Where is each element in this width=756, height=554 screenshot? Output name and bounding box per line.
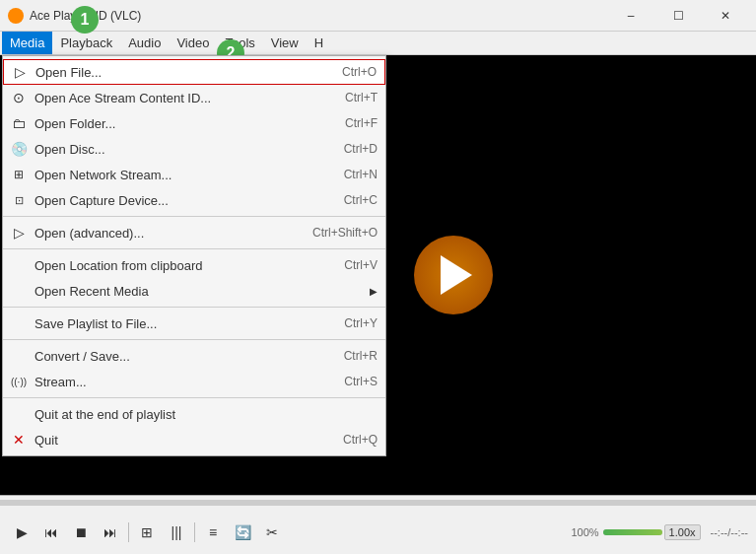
toggle-playlist-button[interactable]: ⊞	[133, 520, 161, 544]
separator-3	[3, 307, 385, 308]
open-advanced-icon: ▷	[11, 225, 27, 241]
save-playlist-label: Save Playlist to File...	[34, 316, 157, 331]
maximize-button[interactable]: ☐	[655, 0, 701, 32]
separator-5	[3, 397, 385, 398]
separator-2	[3, 248, 385, 249]
quit-end-icon	[11, 406, 27, 422]
open-file-label: Open File...	[35, 65, 102, 80]
menu-quit-end[interactable]: Quit at the end of playlist	[3, 401, 385, 427]
open-recent-icon	[11, 283, 27, 299]
menu-open-folder[interactable]: 🗀 Open Folder... Ctrl+F	[3, 110, 385, 136]
menu-item-help[interactable]: H	[307, 32, 331, 54]
menu-open-capture[interactable]: ⊡ Open Capture Device... Ctrl+C	[3, 187, 385, 213]
ctrl-sep-1	[128, 522, 129, 542]
step-badge-1: 1	[71, 6, 99, 34]
window-controls: – ☐ ✕	[608, 0, 748, 32]
open-capture-shortcut: Ctrl+C	[324, 193, 378, 207]
open-ace-label: Open Ace Stream Content ID...	[34, 91, 211, 105]
extended-settings-button[interactable]: |||	[163, 520, 190, 544]
menu-open-disc[interactable]: 💿 Open Disc... Ctrl+D	[3, 136, 385, 162]
menu-convert[interactable]: Convert / Save... Ctrl+R	[3, 343, 385, 369]
speed-badge[interactable]: 1.00x	[664, 524, 701, 540]
open-recent-arrow: ▶	[370, 286, 378, 297]
menu-open-location[interactable]: Open Location from clipboard Ctrl+V	[3, 252, 385, 278]
open-network-icon: ⊞	[11, 167, 27, 182]
open-folder-shortcut: Ctrl+F	[325, 116, 378, 130]
menu-stream[interactable]: ((·)) Stream... Ctrl+S	[3, 369, 385, 394]
convert-icon	[11, 348, 27, 364]
volume-bar[interactable]	[603, 529, 662, 535]
menu-item-playback[interactable]: Playback	[52, 32, 120, 54]
menu-save-playlist[interactable]: Save Playlist to File... Ctrl+Y	[3, 311, 385, 336]
separator-1	[3, 216, 385, 217]
open-file-icon: ▷	[12, 64, 28, 80]
controls-bar: ▶ ⏮ ⏹ ⏭ ⊞ ||| ≡ 🔄 ✂ 100% 1.00x --:--/--:…	[0, 495, 756, 554]
quit-end-label: Quit at the end of playlist	[34, 407, 175, 422]
open-file-shortcut: Ctrl+O	[322, 65, 377, 79]
separator-4	[3, 339, 385, 340]
quit-label: Quit	[34, 433, 58, 448]
loop-button[interactable]: 🔄	[229, 520, 256, 544]
menu-open-advanced[interactable]: ▷ Open (advanced)... Ctrl+Shift+O	[3, 220, 385, 245]
vlc-play-button[interactable]	[414, 236, 493, 314]
menu-bar: Media Playback Audio Video Tools View H	[0, 32, 756, 55]
open-ace-icon: ⊙	[11, 90, 27, 105]
play-button[interactable]: ▶	[8, 520, 35, 544]
menu-item-media[interactable]: Media	[2, 32, 52, 54]
stream-label: Stream...	[34, 375, 87, 389]
stream-shortcut: Ctrl+S	[324, 375, 378, 388]
progress-bar[interactable]	[0, 500, 756, 506]
title-bar: Ace Player HD (VLC) – ☐ ✕	[0, 0, 756, 32]
open-advanced-label: Open (advanced)...	[34, 226, 144, 241]
save-playlist-icon	[11, 315, 27, 331]
quit-shortcut: Ctrl+Q	[323, 433, 378, 447]
frame-by-frame-button[interactable]: ≡	[199, 520, 227, 544]
open-location-shortcut: Ctrl+V	[324, 258, 378, 272]
open-capture-icon: ⊡	[11, 192, 27, 208]
convert-label: Convert / Save...	[34, 349, 130, 364]
open-network-label: Open Network Stream...	[34, 168, 172, 182]
quit-icon: ✕	[11, 432, 27, 448]
vlc-play-overlay	[414, 236, 493, 314]
open-recent-label: Open Recent Media	[34, 284, 149, 299]
open-disc-shortcut: Ctrl+D	[324, 142, 378, 156]
stream-icon: ((·))	[11, 374, 27, 389]
convert-shortcut: Ctrl+R	[324, 349, 378, 363]
open-location-label: Open Location from clipboard	[34, 258, 203, 273]
menu-item-video[interactable]: Video	[169, 32, 217, 54]
app-icon	[8, 8, 24, 24]
open-folder-label: Open Folder...	[34, 116, 115, 131]
controls-row: ▶ ⏮ ⏹ ⏭ ⊞ ||| ≡ 🔄 ✂ 100% 1.00x --:--/--:…	[0, 510, 756, 554]
menu-open-file[interactable]: ▷ Open File... Ctrl+O	[3, 59, 385, 85]
minimize-button[interactable]: –	[608, 0, 653, 32]
menu-open-network[interactable]: ⊞ Open Network Stream... Ctrl+N	[3, 162, 385, 187]
prev-button[interactable]: ⏮	[37, 520, 65, 544]
open-folder-icon: 🗀	[11, 115, 27, 131]
window-title: Ace Player HD (VLC)	[30, 9, 608, 23]
volume-fill	[603, 529, 662, 535]
open-disc-label: Open Disc...	[34, 142, 105, 157]
random-button[interactable]: ✂	[258, 520, 286, 544]
stop-button[interactable]: ⏹	[67, 520, 95, 544]
open-capture-label: Open Capture Device...	[34, 193, 169, 208]
open-location-icon	[11, 257, 27, 273]
menu-open-ace[interactable]: ⊙ Open Ace Stream Content ID... Ctrl+T	[3, 85, 385, 110]
open-disc-icon: 💿	[11, 141, 27, 157]
menu-quit[interactable]: ✕ Quit Ctrl+Q	[3, 427, 385, 452]
menu-open-recent[interactable]: Open Recent Media ▶	[3, 278, 385, 304]
volume-label: 100%	[571, 526, 598, 538]
close-button[interactable]: ✕	[703, 0, 748, 32]
time-display: --:--/--:--	[711, 526, 748, 538]
menu-item-view[interactable]: View	[263, 32, 307, 54]
open-advanced-shortcut: Ctrl+Shift+O	[293, 226, 378, 240]
ctrl-sep-2	[194, 522, 195, 542]
open-ace-shortcut: Ctrl+T	[325, 91, 378, 104]
next-button[interactable]: ⏭	[97, 520, 124, 544]
menu-item-audio[interactable]: Audio	[120, 32, 169, 54]
save-playlist-shortcut: Ctrl+Y	[324, 316, 378, 330]
volume-area: 100%	[571, 526, 661, 538]
open-network-shortcut: Ctrl+N	[324, 168, 378, 181]
media-dropdown: ▷ Open File... Ctrl+O ⊙ Open Ace Stream …	[2, 55, 386, 456]
